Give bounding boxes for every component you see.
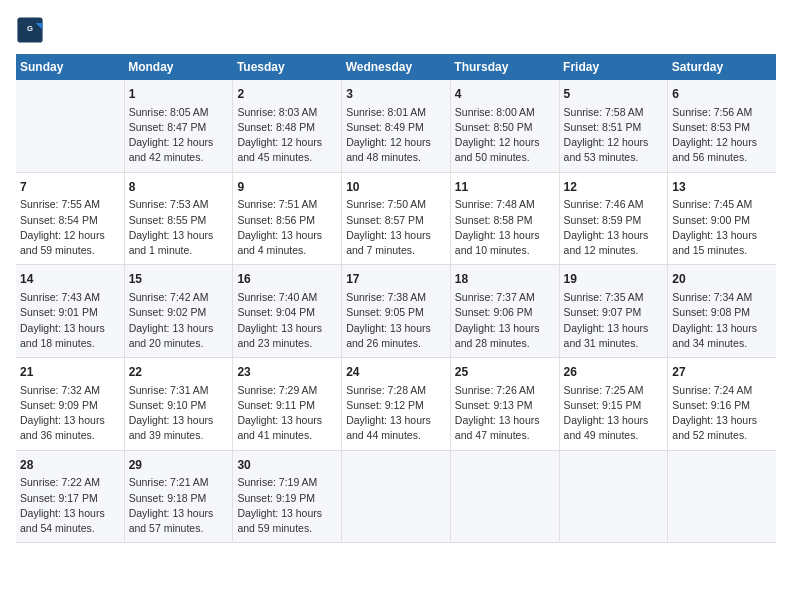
day-header-sunday: Sunday	[16, 54, 124, 80]
day-header-saturday: Saturday	[668, 54, 776, 80]
day-number: 10	[346, 179, 446, 196]
calendar-cell: 23Sunrise: 7:29 AMSunset: 9:11 PMDayligh…	[233, 358, 342, 451]
calendar-table: SundayMondayTuesdayWednesdayThursdayFrid…	[16, 54, 776, 543]
day-number: 25	[455, 364, 555, 381]
day-number: 3	[346, 86, 446, 103]
day-number: 9	[237, 179, 337, 196]
calendar-cell: 5Sunrise: 7:58 AMSunset: 8:51 PMDaylight…	[559, 80, 668, 172]
day-number: 4	[455, 86, 555, 103]
cell-content: Sunrise: 7:43 AMSunset: 9:01 PMDaylight:…	[20, 290, 120, 351]
day-number: 17	[346, 271, 446, 288]
day-number: 21	[20, 364, 120, 381]
cell-content: Sunrise: 7:50 AMSunset: 8:57 PMDaylight:…	[346, 197, 446, 258]
calendar-cell: 13Sunrise: 7:45 AMSunset: 9:00 PMDayligh…	[668, 172, 776, 265]
cell-content: Sunrise: 7:35 AMSunset: 9:07 PMDaylight:…	[564, 290, 664, 351]
calendar-week-row: 28Sunrise: 7:22 AMSunset: 9:17 PMDayligh…	[16, 450, 776, 543]
cell-content: Sunrise: 7:29 AMSunset: 9:11 PMDaylight:…	[237, 383, 337, 444]
day-number: 26	[564, 364, 664, 381]
day-header-friday: Friday	[559, 54, 668, 80]
day-number: 6	[672, 86, 772, 103]
day-number: 1	[129, 86, 229, 103]
calendar-cell: 27Sunrise: 7:24 AMSunset: 9:16 PMDayligh…	[668, 358, 776, 451]
day-number: 24	[346, 364, 446, 381]
day-number: 14	[20, 271, 120, 288]
cell-content: Sunrise: 8:00 AMSunset: 8:50 PMDaylight:…	[455, 105, 555, 166]
calendar-cell: 24Sunrise: 7:28 AMSunset: 9:12 PMDayligh…	[342, 358, 451, 451]
calendar-cell: 25Sunrise: 7:26 AMSunset: 9:13 PMDayligh…	[450, 358, 559, 451]
cell-content: Sunrise: 7:51 AMSunset: 8:56 PMDaylight:…	[237, 197, 337, 258]
header: G	[16, 16, 776, 44]
day-number: 18	[455, 271, 555, 288]
cell-content: Sunrise: 7:42 AMSunset: 9:02 PMDaylight:…	[129, 290, 229, 351]
calendar-cell: 3Sunrise: 8:01 AMSunset: 8:49 PMDaylight…	[342, 80, 451, 172]
cell-content: Sunrise: 7:48 AMSunset: 8:58 PMDaylight:…	[455, 197, 555, 258]
calendar-week-row: 14Sunrise: 7:43 AMSunset: 9:01 PMDayligh…	[16, 265, 776, 358]
day-number: 12	[564, 179, 664, 196]
day-number: 11	[455, 179, 555, 196]
calendar-week-row: 7Sunrise: 7:55 AMSunset: 8:54 PMDaylight…	[16, 172, 776, 265]
day-number: 19	[564, 271, 664, 288]
cell-content: Sunrise: 7:24 AMSunset: 9:16 PMDaylight:…	[672, 383, 772, 444]
calendar-cell: 19Sunrise: 7:35 AMSunset: 9:07 PMDayligh…	[559, 265, 668, 358]
day-number: 13	[672, 179, 772, 196]
calendar-cell: 2Sunrise: 8:03 AMSunset: 8:48 PMDaylight…	[233, 80, 342, 172]
calendar-cell	[16, 80, 124, 172]
day-number: 15	[129, 271, 229, 288]
day-number: 30	[237, 457, 337, 474]
calendar-cell: 21Sunrise: 7:32 AMSunset: 9:09 PMDayligh…	[16, 358, 124, 451]
svg-text:G: G	[27, 24, 33, 33]
logo: G	[16, 16, 48, 44]
day-number: 16	[237, 271, 337, 288]
cell-content: Sunrise: 7:31 AMSunset: 9:10 PMDaylight:…	[129, 383, 229, 444]
cell-content: Sunrise: 7:34 AMSunset: 9:08 PMDaylight:…	[672, 290, 772, 351]
calendar-cell: 8Sunrise: 7:53 AMSunset: 8:55 PMDaylight…	[124, 172, 233, 265]
cell-content: Sunrise: 8:03 AMSunset: 8:48 PMDaylight:…	[237, 105, 337, 166]
cell-content: Sunrise: 7:46 AMSunset: 8:59 PMDaylight:…	[564, 197, 664, 258]
calendar-cell: 15Sunrise: 7:42 AMSunset: 9:02 PMDayligh…	[124, 265, 233, 358]
day-header-wednesday: Wednesday	[342, 54, 451, 80]
calendar-cell	[668, 450, 776, 543]
cell-content: Sunrise: 7:32 AMSunset: 9:09 PMDaylight:…	[20, 383, 120, 444]
cell-content: Sunrise: 7:37 AMSunset: 9:06 PMDaylight:…	[455, 290, 555, 351]
calendar-cell	[559, 450, 668, 543]
calendar-week-row: 1Sunrise: 8:05 AMSunset: 8:47 PMDaylight…	[16, 80, 776, 172]
cell-content: Sunrise: 8:05 AMSunset: 8:47 PMDaylight:…	[129, 105, 229, 166]
day-header-thursday: Thursday	[450, 54, 559, 80]
day-number: 5	[564, 86, 664, 103]
calendar-cell: 11Sunrise: 7:48 AMSunset: 8:58 PMDayligh…	[450, 172, 559, 265]
cell-content: Sunrise: 7:21 AMSunset: 9:18 PMDaylight:…	[129, 475, 229, 536]
calendar-cell	[342, 450, 451, 543]
calendar-cell: 22Sunrise: 7:31 AMSunset: 9:10 PMDayligh…	[124, 358, 233, 451]
day-header-monday: Monday	[124, 54, 233, 80]
cell-content: Sunrise: 7:38 AMSunset: 9:05 PMDaylight:…	[346, 290, 446, 351]
day-number: 27	[672, 364, 772, 381]
calendar-cell: 9Sunrise: 7:51 AMSunset: 8:56 PMDaylight…	[233, 172, 342, 265]
day-number: 29	[129, 457, 229, 474]
day-header-tuesday: Tuesday	[233, 54, 342, 80]
day-number: 23	[237, 364, 337, 381]
calendar-cell: 4Sunrise: 8:00 AMSunset: 8:50 PMDaylight…	[450, 80, 559, 172]
cell-content: Sunrise: 7:19 AMSunset: 9:19 PMDaylight:…	[237, 475, 337, 536]
calendar-cell: 28Sunrise: 7:22 AMSunset: 9:17 PMDayligh…	[16, 450, 124, 543]
calendar-cell: 7Sunrise: 7:55 AMSunset: 8:54 PMDaylight…	[16, 172, 124, 265]
cell-content: Sunrise: 7:26 AMSunset: 9:13 PMDaylight:…	[455, 383, 555, 444]
day-number: 28	[20, 457, 120, 474]
calendar-body: 1Sunrise: 8:05 AMSunset: 8:47 PMDaylight…	[16, 80, 776, 543]
cell-content: Sunrise: 7:55 AMSunset: 8:54 PMDaylight:…	[20, 197, 120, 258]
day-number: 22	[129, 364, 229, 381]
calendar-cell: 17Sunrise: 7:38 AMSunset: 9:05 PMDayligh…	[342, 265, 451, 358]
day-number: 7	[20, 179, 120, 196]
calendar-header-row: SundayMondayTuesdayWednesdayThursdayFrid…	[16, 54, 776, 80]
calendar-cell: 26Sunrise: 7:25 AMSunset: 9:15 PMDayligh…	[559, 358, 668, 451]
day-number: 8	[129, 179, 229, 196]
cell-content: Sunrise: 7:22 AMSunset: 9:17 PMDaylight:…	[20, 475, 120, 536]
cell-content: Sunrise: 7:45 AMSunset: 9:00 PMDaylight:…	[672, 197, 772, 258]
day-number: 20	[672, 271, 772, 288]
calendar-cell: 12Sunrise: 7:46 AMSunset: 8:59 PMDayligh…	[559, 172, 668, 265]
calendar-cell: 18Sunrise: 7:37 AMSunset: 9:06 PMDayligh…	[450, 265, 559, 358]
calendar-cell: 6Sunrise: 7:56 AMSunset: 8:53 PMDaylight…	[668, 80, 776, 172]
calendar-cell: 14Sunrise: 7:43 AMSunset: 9:01 PMDayligh…	[16, 265, 124, 358]
cell-content: Sunrise: 7:58 AMSunset: 8:51 PMDaylight:…	[564, 105, 664, 166]
calendar-cell: 10Sunrise: 7:50 AMSunset: 8:57 PMDayligh…	[342, 172, 451, 265]
calendar-cell: 1Sunrise: 8:05 AMSunset: 8:47 PMDaylight…	[124, 80, 233, 172]
